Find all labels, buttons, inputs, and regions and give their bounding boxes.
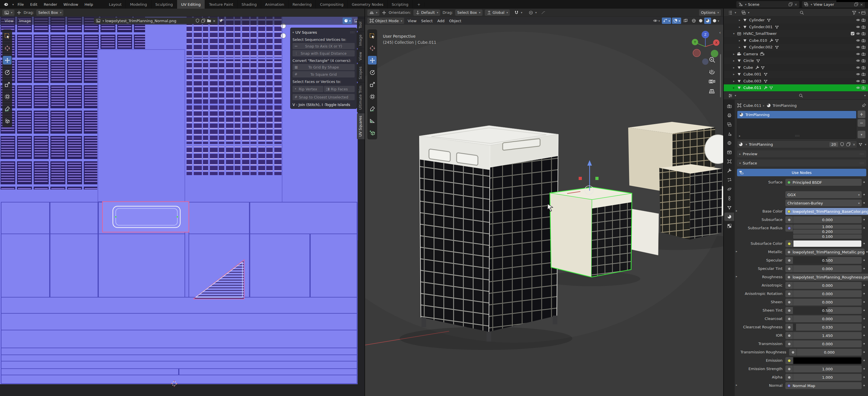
animate-property-dot[interactable] <box>862 374 866 378</box>
properties-options-icon[interactable]: ▾ <box>864 94 866 97</box>
menu-edit[interactable]: Edit <box>27 1 40 7</box>
outliner-item-cube.001[interactable]: ▸Cube.001 <box>724 71 868 78</box>
menu-window[interactable]: Window <box>60 1 81 7</box>
workspace-tab-compositing[interactable]: Compositing <box>316 0 348 9</box>
hide-in-viewport-icon[interactable] <box>856 79 860 83</box>
expand-icon[interactable]: ▸ <box>732 80 736 83</box>
property-slider-specular[interactable]: 0.500 <box>793 257 862 264</box>
disable-in-renders-icon[interactable] <box>861 45 866 49</box>
search-icon[interactable] <box>799 93 803 98</box>
workspace-tab-scripting[interactable]: Scripting <box>388 0 413 9</box>
animate-property-dot[interactable] <box>862 307 866 311</box>
properties-tab-modifiers[interactable] <box>724 166 734 175</box>
viewport-canvas[interactable]: Z Y X ‹ <box>365 9 723 396</box>
properties-tab-object-data[interactable] <box>724 203 734 212</box>
transform-tool-button[interactable] <box>368 92 377 101</box>
move-tool-button[interactable] <box>368 56 377 64</box>
add-material-slot-button[interactable]: + <box>858 111 865 118</box>
scene-dropdown-icon[interactable]: ▾ <box>745 3 746 6</box>
material-datablock[interactable]: ▾ TrimPlanning 20 × <box>737 141 857 148</box>
hide-in-viewport-icon[interactable] <box>856 45 860 49</box>
uv-menu-view[interactable]: View <box>2 18 16 24</box>
new-material-icon[interactable] <box>846 142 851 147</box>
color-swatch-subsurface-color[interactable] <box>793 240 862 247</box>
browse-material-icon[interactable]: ▾ <box>746 143 747 146</box>
snap-dropdown[interactable]: ▾ <box>512 9 524 16</box>
unlink-image-icon[interactable]: × <box>213 19 216 23</box>
row-expand-icon[interactable]: ▸ <box>736 275 737 278</box>
transform-tool-button[interactable] <box>3 92 11 101</box>
hide-in-viewport-icon[interactable] <box>856 52 860 56</box>
workspace-tab-animation[interactable]: Animation <box>261 0 288 9</box>
uv-display-channels-button[interactable]: ▾ <box>343 18 352 24</box>
snap-to-axis-button[interactable]: ↔Snap to Axis (X or Y) <box>292 43 355 49</box>
viewport-select-mode-dropdown[interactable]: Select Box▾ <box>455 9 482 16</box>
animate-property-dot[interactable] <box>862 179 866 183</box>
property-slider-sheen-tint[interactable]: 0.500 <box>793 307 862 314</box>
outliner-display-mode-button[interactable]: ▾ <box>739 9 751 16</box>
viewport-menu-object[interactable]: Object <box>447 18 464 24</box>
disable-in-renders-icon[interactable] <box>861 31 866 36</box>
hide-in-viewport-icon[interactable] <box>856 65 860 70</box>
orientation-dropdown[interactable]: Default▾ <box>413 9 440 16</box>
vector-field[interactable]: 1.000 <box>793 225 862 229</box>
disable-in-renders-icon[interactable] <box>861 79 866 83</box>
new-collection-icon[interactable] <box>861 10 866 15</box>
animate-property-dot[interactable] <box>862 299 866 303</box>
property-slider-specular-tint[interactable]: 0.000 <box>793 265 862 272</box>
shading-material-preview-button[interactable] <box>704 18 711 24</box>
disable-in-renders-icon[interactable] <box>861 58 866 63</box>
properties-tab-material[interactable] <box>724 213 734 221</box>
viewport-editor-type-button[interactable]: ▾ <box>367 9 379 16</box>
outliner-item-cube.010[interactable]: ▸Cube.010 <box>724 37 868 44</box>
outliner-item-cylinder.002[interactable]: ▸Cylinder.002 <box>724 44 868 51</box>
properties-tab-render[interactable] <box>724 102 734 110</box>
cursor-tool-button[interactable] <box>368 44 377 53</box>
workspace-tab-modeling[interactable]: Modeling <box>126 0 151 9</box>
disable-in-renders-icon[interactable] <box>861 86 866 90</box>
property-slider-anisotropic[interactable]: 0.000 <box>793 282 862 289</box>
rotate-tool-button[interactable] <box>3 68 11 77</box>
vector-field[interactable]: 0.100 <box>793 235 862 239</box>
properties-tab-world[interactable] <box>724 139 734 147</box>
properties-tab-scene[interactable] <box>724 130 734 138</box>
scene-selector[interactable]: ▾ Scene × <box>736 1 800 8</box>
rotate-tool-button[interactable] <box>368 68 377 77</box>
filter-icon[interactable] <box>852 10 857 15</box>
animate-property-dot[interactable] <box>862 365 866 369</box>
add-cube-tool-button[interactable] <box>368 128 377 137</box>
color-swatch-emission[interactable] <box>793 357 862 364</box>
move-tool-button[interactable] <box>3 56 11 64</box>
fake-user-shield-icon[interactable] <box>195 19 200 23</box>
properties-tab-physics[interactable] <box>724 185 734 193</box>
animate-property-dot[interactable] <box>862 265 866 269</box>
animate-property-dot[interactable] <box>862 349 866 353</box>
panel-grip-icon[interactable]: ∷∷ <box>350 31 355 34</box>
workspace-tab-uv-editing[interactable]: UV Editing <box>177 0 205 9</box>
properties-tab-texture[interactable] <box>724 222 734 230</box>
expand-icon[interactable]: ▸ <box>732 72 736 76</box>
workspace-tab-layout[interactable]: Layout <box>105 0 126 9</box>
blender-logo-icon[interactable] <box>3 1 11 7</box>
disable-in-renders-icon[interactable] <box>861 52 866 56</box>
outliner-item-circle[interactable]: ▸Circle <box>724 57 868 64</box>
menu-file[interactable]: File <box>14 1 27 7</box>
uv-sidebar-tab-scopes[interactable]: Scopes <box>357 64 365 82</box>
property-image-roughness[interactable]: lowpolytest_TrimPlanning_Roughness.png <box>785 274 868 280</box>
uv-sidebar-tab-tool[interactable]: Tool <box>357 19 365 31</box>
viewport-menu-add[interactable]: Add <box>435 18 447 24</box>
uv-image-datablock[interactable]: ▾ lowpolytest_TrimPlanning_Normal.png × <box>94 18 218 24</box>
hide-in-viewport-icon[interactable] <box>856 31 860 36</box>
overlays-toggle[interactable]: ▾ <box>672 18 681 24</box>
snap-equal-distance-button[interactable]: ⋮Snap with Equal Distance <box>292 50 355 56</box>
properties-tab-constraints[interactable] <box>724 194 734 203</box>
outliner-item-cube[interactable]: ▸Cube <box>724 64 868 71</box>
workspace-tab-shading[interactable]: Shading <box>238 0 261 9</box>
disable-in-renders-icon[interactable] <box>861 65 866 70</box>
xray-toggle[interactable] <box>682 18 689 24</box>
material-slot-list[interactable]: TrimPlanning ▸ ∷∷ <box>737 111 857 139</box>
animate-property-dot[interactable] <box>862 357 866 361</box>
to-square-grid-button[interactable]: #To Square Grid <box>292 71 355 78</box>
expand-icon[interactable]: ▸ <box>738 39 742 42</box>
properties-tab-view-layer[interactable] <box>724 120 734 129</box>
